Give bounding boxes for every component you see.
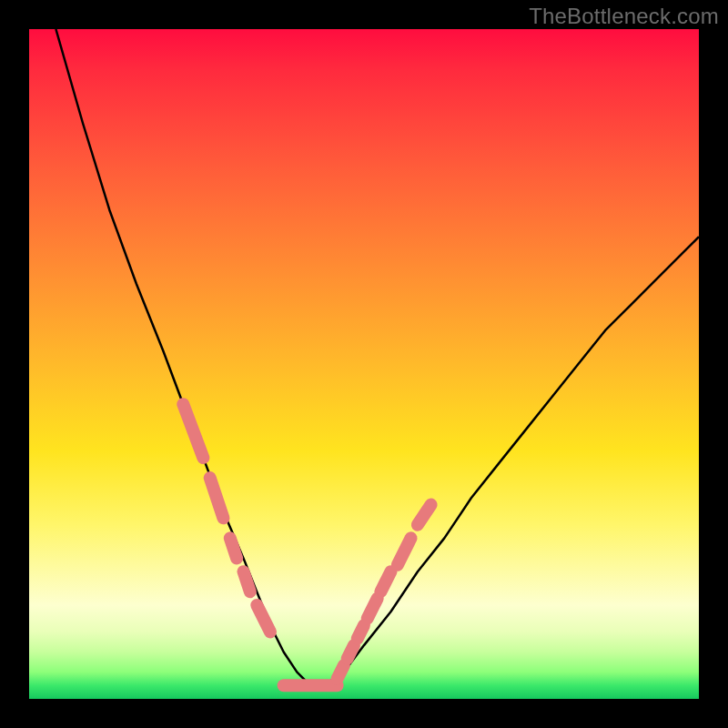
highlight-segment [398,538,411,564]
highlight-segment [368,599,378,619]
plot-area [29,29,699,699]
highlight-segment [348,645,354,659]
highlight-segment [230,538,237,558]
highlight-segment [210,478,224,518]
watermark-text: TheBottleneck.com [529,4,719,29]
highlight-segment [418,505,431,525]
highlight-segment [380,571,390,592]
bottleneck-curve [29,29,699,699]
highlight-segment [183,404,203,458]
highlight-segment [244,571,250,592]
highlight-segment [358,625,364,639]
highlight-segment [338,665,344,679]
chart-frame: TheBottleneck.com [0,0,728,728]
highlight-segment [257,605,270,632]
